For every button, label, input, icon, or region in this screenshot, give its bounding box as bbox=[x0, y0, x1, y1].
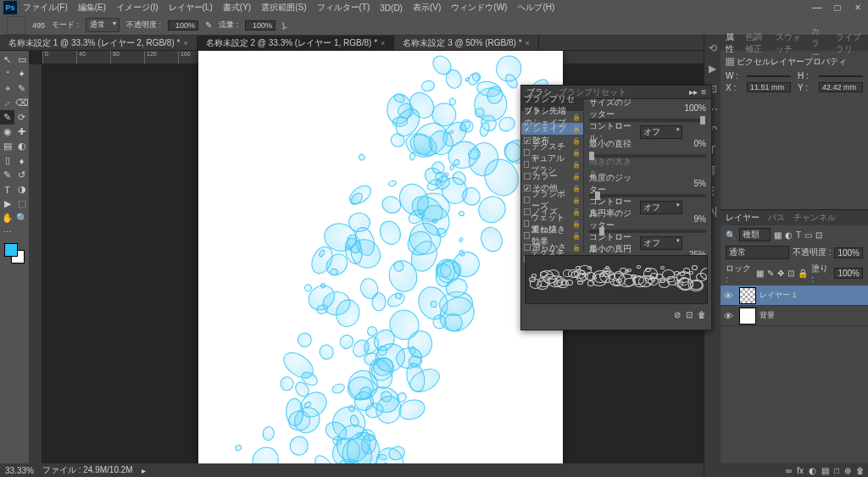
round-jitter-value[interactable]: 9% bbox=[694, 214, 706, 224]
lock-artboard-icon[interactable]: ⊡ bbox=[787, 269, 794, 278]
tool-button[interactable]: ↺ bbox=[14, 168, 29, 182]
flow-input[interactable]: 100% bbox=[245, 20, 275, 31]
layer-row[interactable]: 👁レイヤー 1 bbox=[721, 286, 868, 306]
menu-filter[interactable]: フィルター(T) bbox=[313, 2, 375, 14]
brush-option-item[interactable]: シェイプ🔒 bbox=[521, 123, 583, 135]
filter-shape-icon[interactable]: ▭ bbox=[804, 230, 812, 240]
minimize-icon[interactable]: — bbox=[807, 0, 827, 15]
libraries-tab[interactable]: ライブラリ bbox=[836, 31, 863, 55]
angle-jitter-value[interactable]: 5% bbox=[694, 179, 706, 188]
lock-paint-icon[interactable]: ✎ bbox=[767, 269, 774, 278]
brush-presets-tab[interactable]: ブラシプリセット bbox=[559, 86, 626, 98]
tool-button[interactable]: ⌖ bbox=[0, 81, 14, 96]
layer-action-icon[interactable]: fx bbox=[797, 466, 804, 475]
lock-icon[interactable]: 🔒 bbox=[572, 114, 581, 121]
lock-icon[interactable]: 🔒 bbox=[572, 232, 581, 240]
tool-button[interactable]: ♦ bbox=[14, 153, 29, 168]
checkbox[interactable] bbox=[524, 125, 531, 132]
search-icon[interactable]: 🔍 bbox=[726, 230, 736, 240]
panel-menu-icon[interactable]: ≡ bbox=[701, 87, 706, 97]
layer-thumbnail[interactable] bbox=[739, 308, 756, 324]
layer-action-icon[interactable]: ◐ bbox=[809, 466, 816, 475]
tool-button[interactable]: ◉ bbox=[0, 125, 14, 139]
tab-close-icon[interactable]: × bbox=[526, 39, 530, 47]
angle-jitter-slider[interactable] bbox=[589, 194, 706, 197]
adjustments-tab[interactable]: 色調補正 bbox=[745, 31, 767, 55]
lock-icon[interactable]: 🔒 bbox=[572, 185, 581, 192]
layer-action-icon[interactable]: ∞ bbox=[786, 466, 792, 475]
tab-doc-3[interactable]: 名称未設定 3 @ 50% (RGB/8) *× bbox=[394, 36, 538, 51]
filter-type-icon[interactable]: T bbox=[796, 230, 801, 240]
control-select-3[interactable]: オフ bbox=[640, 236, 682, 250]
close-icon[interactable]: × bbox=[848, 0, 868, 15]
menu-type[interactable]: 書式(Y) bbox=[219, 2, 255, 14]
tool-button[interactable]: ▶ bbox=[0, 197, 14, 211]
document-canvas[interactable] bbox=[198, 51, 563, 463]
y-value[interactable]: 42.42 mm bbox=[819, 82, 863, 92]
layer-blend-select[interactable]: 通常 bbox=[726, 246, 789, 259]
brush-option-item[interactable]: ブラシポーズ🔒 bbox=[521, 194, 583, 206]
maximize-icon[interactable]: □ bbox=[827, 0, 848, 15]
size-jitter-slider[interactable] bbox=[589, 119, 706, 122]
checkbox[interactable] bbox=[524, 173, 531, 180]
tool-button[interactable]: ✎ bbox=[14, 81, 29, 96]
checkbox[interactable] bbox=[524, 232, 530, 239]
collapsed-panel-icon[interactable]: ⟲ bbox=[709, 42, 717, 54]
trash-icon[interactable]: 🗑 bbox=[698, 310, 706, 319]
brush-option-item[interactable]: カラー🔒 bbox=[521, 170, 583, 182]
control-select-2[interactable]: オフ bbox=[640, 201, 682, 214]
control-select[interactable]: オフ bbox=[640, 125, 682, 139]
height-value[interactable] bbox=[819, 75, 863, 77]
layer-action-icon[interactable]: ⊕ bbox=[844, 466, 851, 475]
fg-color[interactable] bbox=[4, 243, 18, 257]
tool-button[interactable]: ✚ bbox=[14, 125, 29, 139]
lock-icon[interactable]: 🔒 bbox=[572, 220, 581, 228]
layer-action-icon[interactable]: ▤ bbox=[821, 466, 829, 475]
brush-size-display[interactable]: 495 bbox=[32, 21, 45, 30]
new-preset-icon[interactable]: ⊡ bbox=[686, 310, 693, 319]
layer-action-icon[interactable]: 🗑 bbox=[856, 466, 865, 475]
tool-button[interactable]: ✎ bbox=[0, 168, 14, 182]
tool-button[interactable]: ⋯ bbox=[0, 225, 14, 240]
tool-button[interactable]: T bbox=[0, 182, 14, 197]
tab-doc-2[interactable]: 名称未設定 2 @ 33.3% (レイヤー 1, RGB/8) *× bbox=[198, 36, 395, 51]
color-swatch[interactable] bbox=[4, 243, 25, 263]
swatches-tab[interactable]: スウォッチ bbox=[776, 31, 803, 55]
lock-icon[interactable]: 🔒 bbox=[572, 208, 581, 216]
lock-icon[interactable]: 🔒 bbox=[572, 197, 581, 204]
filter-adjust-icon[interactable]: ◐ bbox=[785, 230, 793, 240]
layer-thumbnail[interactable] bbox=[739, 287, 756, 304]
blend-mode-select[interactable]: 通常 bbox=[86, 18, 120, 32]
visibility-icon[interactable]: 👁 bbox=[724, 291, 736, 301]
layer-action-icon[interactable]: □ bbox=[834, 466, 839, 475]
lock-icon[interactable]: 🔒 bbox=[572, 173, 581, 180]
lock-trans-icon[interactable]: ▦ bbox=[756, 269, 764, 278]
size-jitter-value[interactable]: 100% bbox=[684, 103, 706, 113]
min-diameter-value[interactable]: 0% bbox=[694, 139, 706, 148]
tool-button[interactable]: ⌫ bbox=[14, 96, 29, 110]
paths-tab[interactable]: パス bbox=[768, 212, 785, 224]
tool-button[interactable]: ↖ bbox=[0, 53, 14, 67]
tool-button[interactable]: ▭ bbox=[14, 53, 29, 67]
lock-icon[interactable]: 🔒 bbox=[572, 149, 581, 157]
layer-row[interactable]: 👁背景 bbox=[721, 306, 868, 326]
x-value[interactable]: 11.51 mm bbox=[747, 82, 791, 92]
menu-3d[interactable]: 3D(D) bbox=[376, 3, 407, 13]
menu-help[interactable]: ヘルプ(H) bbox=[513, 2, 559, 14]
menu-window[interactable]: ウィンドウ(W) bbox=[447, 2, 511, 14]
round-jitter-slider[interactable] bbox=[589, 230, 706, 233]
checkbox[interactable] bbox=[524, 208, 531, 215]
fill-input[interactable]: 100% bbox=[834, 268, 863, 279]
checkbox[interactable] bbox=[524, 149, 530, 156]
collapse-icon[interactable]: ▸▸ bbox=[689, 87, 698, 97]
lock-icon[interactable]: 🔒 bbox=[572, 125, 581, 133]
brush-option-item[interactable]: 重ね描き効果🔒 bbox=[521, 230, 583, 241]
lock-icon[interactable]: 🔒 bbox=[572, 137, 581, 145]
menu-file[interactable]: ファイル(F) bbox=[19, 2, 72, 14]
tool-button[interactable]: ✦ bbox=[14, 67, 29, 81]
tablet-icon[interactable]: ⊘ bbox=[674, 310, 681, 319]
channels-tab[interactable]: チャンネル bbox=[793, 212, 836, 224]
filter-pixel-icon[interactable]: ▦ bbox=[774, 230, 782, 240]
doc-size[interactable]: ファイル : 24.9M/10.2M bbox=[42, 464, 133, 476]
status-arrow-icon[interactable]: ▸ bbox=[142, 466, 146, 475]
